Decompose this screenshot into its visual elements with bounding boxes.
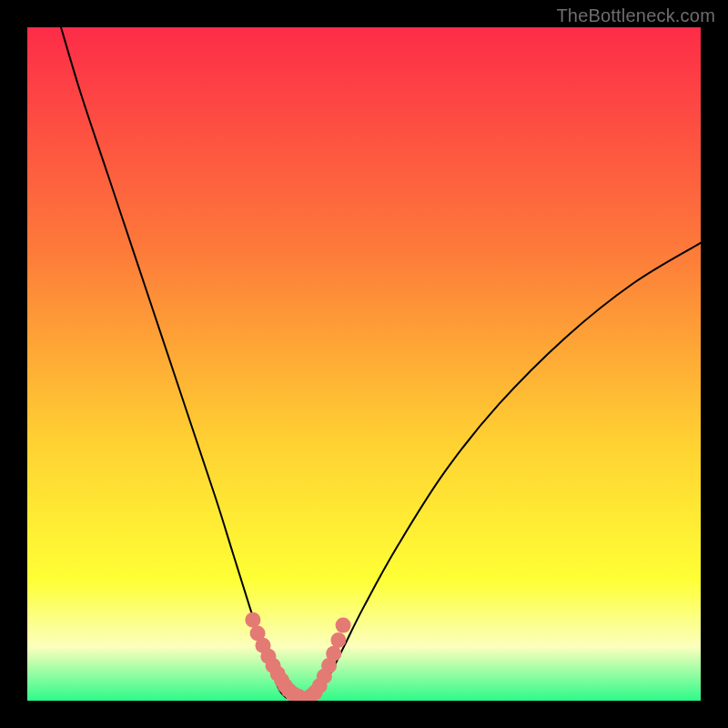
bead-point — [336, 618, 351, 633]
bead-point — [326, 646, 341, 662]
gradient-background — [27, 27, 701, 701]
plot-area — [27, 27, 701, 701]
watermark-text: TheBottleneck.com — [556, 5, 715, 26]
bead-point — [330, 632, 346, 648]
bead-point — [245, 612, 260, 628]
chart-frame: TheBottleneck.com — [0, 0, 728, 728]
bottleneck-chart — [27, 27, 701, 701]
